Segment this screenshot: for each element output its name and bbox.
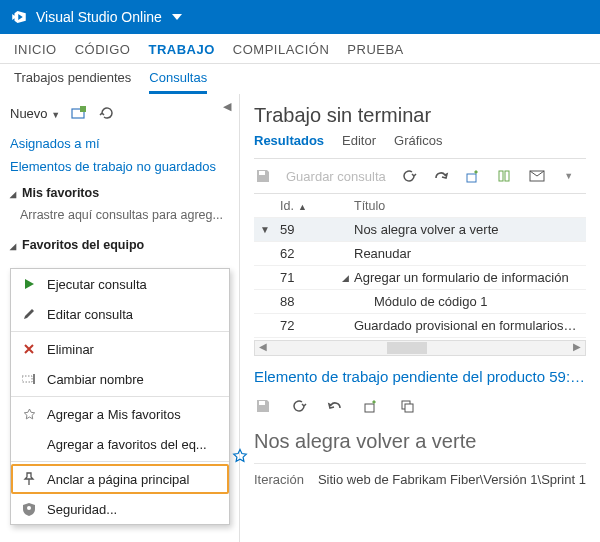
ctx-pin-to-home[interactable]: Anclar a página principal	[11, 464, 229, 494]
copy-icon[interactable]	[398, 397, 416, 415]
save-icon[interactable]	[254, 167, 272, 185]
table-row[interactable]: 62 Reanudar	[254, 242, 586, 266]
ctx-rename[interactable]: Cambiar nombre	[11, 364, 229, 394]
ctx-security[interactable]: Seguridad...	[11, 494, 229, 524]
save-icon[interactable]	[254, 397, 272, 415]
context-menu: Ejecutar consulta Editar consulta Elimin…	[10, 268, 230, 525]
col-id-label: Id.	[280, 199, 294, 213]
svg-rect-10	[405, 404, 413, 412]
ctx-add-team-favorites[interactable]: Agregar a favoritos del eq...	[11, 429, 229, 459]
tree-collapsed-icon[interactable]: ◢	[336, 273, 354, 283]
ctx-separator	[11, 461, 229, 462]
tab-inicio[interactable]: INICIO	[14, 42, 57, 63]
table-row[interactable]: 71 ◢ Agregar un formulario de informació…	[254, 266, 586, 290]
col-title[interactable]: Título	[354, 199, 586, 213]
col-id[interactable]: Id.▲	[276, 199, 336, 213]
scroll-right-icon[interactable]: ▶	[569, 341, 585, 355]
collapse-pane-icon[interactable]: ◀	[223, 100, 231, 113]
link-item-icon[interactable]	[362, 397, 380, 415]
new-item-icon[interactable]	[464, 167, 482, 185]
star-icon	[21, 406, 37, 422]
ctx-label: Cambiar nombre	[47, 372, 144, 387]
svg-point-13	[27, 506, 31, 510]
undo-icon[interactable]	[326, 397, 344, 415]
work-item-title: Nos alegra volver a verte	[254, 425, 586, 463]
svg-rect-7	[259, 401, 265, 405]
svg-rect-2	[259, 171, 265, 175]
cell-id: 72	[276, 318, 336, 333]
cell-id: 71	[276, 270, 336, 285]
expand-row-icon[interactable]: ▼	[254, 224, 276, 235]
title-dropdown-icon[interactable]	[172, 12, 182, 22]
ctx-label: Anclar a página principal	[47, 472, 189, 487]
cell-id: 62	[276, 246, 336, 261]
save-query-label: Guardar consulta	[286, 169, 386, 184]
shield-icon	[21, 501, 37, 517]
pencil-icon	[21, 306, 37, 322]
blank-icon	[21, 436, 37, 452]
svg-rect-3	[467, 174, 476, 182]
right-pane: Trabajo sin terminar Resultados Editor G…	[240, 94, 600, 542]
cell-title: Agregar un formulario de información	[354, 270, 586, 285]
table-row[interactable]: ▼ 59 Nos alegra volver a verte	[254, 218, 586, 242]
cell-id: 88	[276, 294, 336, 309]
tab-compilacion[interactable]: COMPILACIÓN	[233, 42, 330, 63]
new-folder-icon[interactable]	[70, 104, 88, 122]
subtab-backlog[interactable]: Trabajos pendientes	[14, 70, 131, 94]
section-team-favorites[interactable]: Favoritos del equipo	[10, 230, 235, 256]
subtab-queries[interactable]: Consultas	[149, 70, 207, 94]
section-my-favorites[interactable]: Mis favoritos	[10, 178, 235, 204]
email-icon[interactable]	[528, 167, 546, 185]
svg-rect-5	[505, 171, 509, 181]
detail-toolbar	[254, 391, 586, 425]
work-item-link[interactable]: Elemento de trabajo pendiente del produc…	[254, 356, 586, 391]
ctx-delete[interactable]: Eliminar	[11, 334, 229, 364]
scroll-left-icon[interactable]: ◀	[255, 341, 271, 355]
refresh-icon[interactable]	[98, 104, 116, 122]
ctx-edit-query[interactable]: Editar consulta	[11, 299, 229, 329]
svg-rect-4	[499, 171, 503, 181]
rtab-charts[interactable]: Gráficos	[394, 133, 442, 154]
sub-tabs: Trabajos pendientes Consultas	[0, 64, 600, 94]
ctx-label: Seguridad...	[47, 502, 117, 517]
tab-trabajo[interactable]: TRABAJO	[148, 42, 214, 63]
scroll-thumb[interactable]	[387, 342, 427, 354]
drag-hint: Arrastre aquí consultas para agreg...	[10, 204, 235, 230]
ctx-label: Eliminar	[47, 342, 94, 357]
horizontal-scrollbar[interactable]: ◀ ▶	[254, 340, 586, 356]
ctx-label: Editar consulta	[47, 307, 133, 322]
tab-codigo[interactable]: CÓDIGO	[75, 42, 131, 63]
grid-header: Id.▲ Título	[254, 194, 586, 218]
rename-icon	[21, 371, 37, 387]
ctx-label: Ejecutar consulta	[47, 277, 147, 292]
rtab-results[interactable]: Resultados	[254, 133, 324, 154]
x-icon	[21, 341, 37, 357]
rtab-editor[interactable]: Editor	[342, 133, 376, 154]
column-options-icon[interactable]	[496, 167, 514, 185]
svg-rect-11	[22, 376, 32, 382]
cell-title: Reanudar	[354, 246, 586, 261]
play-icon	[21, 276, 37, 292]
new-dropdown[interactable]: Nuevo ▼	[10, 106, 60, 121]
link-unsaved-items[interactable]: Elementos de trabajo no guardados	[10, 155, 235, 178]
table-row[interactable]: 72 Guardado provisional en formularios l…	[254, 314, 586, 338]
ctx-separator	[11, 331, 229, 332]
chevron-down-icon[interactable]: ▼	[560, 167, 578, 185]
link-assigned-to-me[interactable]: Asignados a mí	[10, 132, 235, 155]
table-row[interactable]: 88 Módulo de código 1	[254, 290, 586, 314]
redo-icon[interactable]	[432, 167, 450, 185]
refresh-icon[interactable]	[290, 397, 308, 415]
ctx-add-my-favorites[interactable]: Agregar a Mis favoritos	[11, 399, 229, 429]
favorite-star-icon[interactable]	[232, 448, 248, 464]
iteration-value[interactable]: Sitio web de Fabrikam Fiber\Versión 1\Sp…	[318, 472, 586, 487]
tab-prueba[interactable]: PRUEBA	[347, 42, 403, 63]
product-title: Visual Studio Online	[36, 9, 162, 25]
iteration-row: Iteración Sitio web de Fabrikam Fiber\Ve…	[254, 463, 586, 487]
ctx-run-query[interactable]: Ejecutar consulta	[11, 269, 229, 299]
cell-title: Guardado provisional en formularios la..…	[354, 318, 586, 333]
results-tabs: Resultados Editor Gráficos	[254, 133, 586, 159]
refresh-icon[interactable]	[400, 167, 418, 185]
titlebar: Visual Studio Online	[0, 0, 600, 34]
vs-logo-icon	[10, 8, 28, 26]
svg-rect-1	[80, 106, 86, 112]
